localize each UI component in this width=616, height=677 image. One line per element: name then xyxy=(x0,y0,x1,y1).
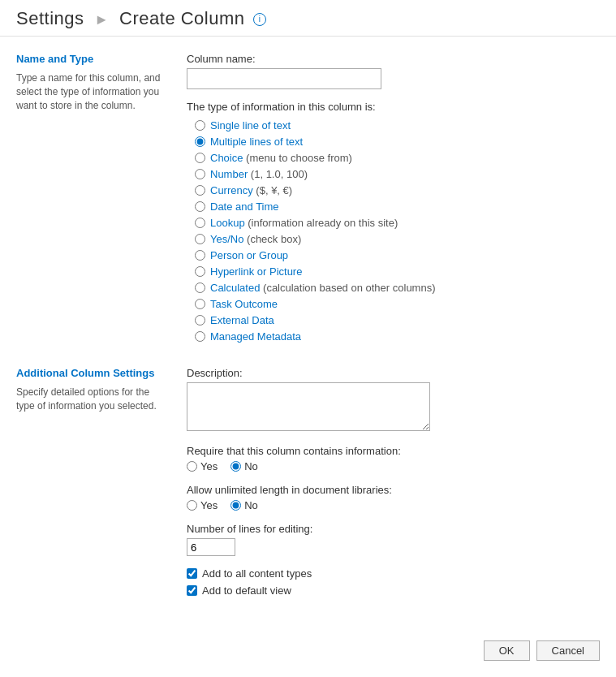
type-label-multiple-lines: Multiple lines of text xyxy=(210,136,303,148)
type-option-task-outcome[interactable]: Task Outcome xyxy=(195,298,600,310)
additional-left-panel: Additional Column Settings Specify detai… xyxy=(16,367,187,602)
type-info-label: The type of information in this column i… xyxy=(187,101,600,113)
add-to-content-types-option[interactable]: Add to all content types xyxy=(187,567,600,580)
name-type-title: Name and Type xyxy=(16,53,170,65)
type-label-number: Number (1, 1.0, 100) xyxy=(210,168,308,180)
type-label-managed-metadata: Managed Metadata xyxy=(210,330,301,343)
type-label-task-outcome: Task Outcome xyxy=(210,298,278,310)
unlimited-label: Allow unlimited length in document libra… xyxy=(187,484,600,496)
type-option-date-time[interactable]: Date and Time xyxy=(195,201,600,213)
page-wrapper: Settings ► Create Column i Name and Type… xyxy=(0,0,616,677)
add-to-default-view-checkbox[interactable] xyxy=(187,585,197,596)
type-radio-choice[interactable] xyxy=(195,153,205,163)
type-option-yes-no[interactable]: Yes/No (check box) xyxy=(195,233,600,245)
description-field: Description: xyxy=(187,367,600,433)
column-name-label: Column name: xyxy=(187,53,600,65)
type-option-single-line[interactable]: Single line of text xyxy=(195,119,600,132)
unlimited-yes-label: Yes xyxy=(200,499,218,511)
type-label-hyperlink: Hyperlink or Picture xyxy=(210,265,302,278)
type-radio-task-outcome[interactable] xyxy=(195,299,205,309)
type-radio-calculated[interactable] xyxy=(195,282,205,293)
type-option-multiple-lines[interactable]: Multiple lines of text xyxy=(195,136,600,148)
additional-settings-section: Additional Column Settings Specify detai… xyxy=(0,351,616,610)
require-no-radio[interactable] xyxy=(230,461,241,472)
type-option-person-group[interactable]: Person or Group xyxy=(195,249,600,261)
lines-field: Number of lines for editing: xyxy=(187,523,600,556)
additional-title: Additional Column Settings xyxy=(16,367,170,379)
require-radio-group: Yes No xyxy=(187,460,600,472)
name-type-desc: Type a name for this column, and select … xyxy=(16,71,170,112)
breadcrumb: Settings xyxy=(16,8,84,28)
type-option-managed-metadata[interactable]: Managed Metadata xyxy=(195,330,600,343)
column-name-input[interactable] xyxy=(187,68,381,89)
unlimited-no-option[interactable]: No xyxy=(230,499,258,511)
type-label-person-group: Person or Group xyxy=(210,249,288,261)
add-to-content-types-checkbox[interactable] xyxy=(187,568,197,579)
footer-buttons: OK Cancel xyxy=(484,640,600,661)
info-icon: i xyxy=(253,13,266,26)
type-radio-yes-no[interactable] xyxy=(195,234,205,244)
type-label-calculated: Calculated (calculation based on other c… xyxy=(210,282,436,294)
name-type-right-panel: Column name: The type of information in … xyxy=(187,53,600,343)
type-option-currency[interactable]: Currency ($, ¥, €) xyxy=(195,184,600,196)
type-label-single-line: Single line of text xyxy=(210,119,291,132)
unlimited-field: Allow unlimited length in document libra… xyxy=(187,484,600,511)
unlimited-no-radio[interactable] xyxy=(230,500,241,511)
type-radio-number[interactable] xyxy=(195,169,205,179)
add-to-default-view-option[interactable]: Add to default view xyxy=(187,584,600,597)
add-to-default-view-label: Add to default view xyxy=(202,584,291,597)
type-radio-person-group[interactable] xyxy=(195,250,205,261)
column-type-radio-group: Single line of textMultiple lines of tex… xyxy=(195,119,600,343)
lines-label: Number of lines for editing: xyxy=(187,523,600,535)
create-column-title: Create Column xyxy=(119,8,244,28)
require-label: Require that this column contains inform… xyxy=(187,445,600,457)
type-radio-currency[interactable] xyxy=(195,185,205,196)
type-radio-managed-metadata[interactable] xyxy=(195,331,205,342)
unlimited-yes-radio[interactable] xyxy=(187,500,197,511)
type-label-choice: Choice (menu to choose from) xyxy=(210,152,352,164)
type-radio-multiple-lines[interactable] xyxy=(195,136,205,147)
type-option-number[interactable]: Number (1, 1.0, 100) xyxy=(195,168,600,180)
unlimited-no-label: No xyxy=(244,499,258,511)
type-option-hyperlink[interactable]: Hyperlink or Picture xyxy=(195,265,600,278)
require-no-label: No xyxy=(244,460,258,472)
type-option-choice[interactable]: Choice (menu to choose from) xyxy=(195,152,600,164)
additional-desc: Specify detailed options for the type of… xyxy=(16,386,170,413)
require-field: Require that this column contains inform… xyxy=(187,445,600,472)
unlimited-radio-group: Yes No xyxy=(187,499,600,511)
checkbox-section: Add to all content types Add to default … xyxy=(187,567,600,597)
page-title: Settings ► Create Column i xyxy=(16,8,600,29)
type-radio-single-line[interactable] xyxy=(195,120,205,131)
type-option-calculated[interactable]: Calculated (calculation based on other c… xyxy=(195,282,600,294)
require-yes-option[interactable]: Yes xyxy=(187,460,218,472)
type-radio-lookup[interactable] xyxy=(195,218,205,228)
ok-button[interactable]: OK xyxy=(484,640,530,661)
require-yes-label: Yes xyxy=(200,460,218,472)
type-radio-date-time[interactable] xyxy=(195,201,205,212)
type-label-external-data: External Data xyxy=(210,314,274,326)
type-option-external-data[interactable]: External Data xyxy=(195,314,600,326)
type-label-date-time: Date and Time xyxy=(210,201,279,213)
type-option-lookup[interactable]: Lookup (information already on this site… xyxy=(195,217,600,229)
type-radio-external-data[interactable] xyxy=(195,315,205,326)
breadcrumb-separator: ► xyxy=(94,11,109,28)
type-label-currency: Currency ($, ¥, €) xyxy=(210,184,292,196)
cancel-button[interactable]: Cancel xyxy=(536,640,600,661)
unlimited-yes-option[interactable]: Yes xyxy=(187,499,218,511)
page-header: Settings ► Create Column i xyxy=(0,0,616,37)
type-radio-hyperlink[interactable] xyxy=(195,266,205,277)
description-input[interactable] xyxy=(187,382,430,431)
type-label-yes-no: Yes/No (check box) xyxy=(210,233,301,245)
column-name-field: Column name: xyxy=(187,53,600,89)
require-yes-radio[interactable] xyxy=(187,461,197,472)
name-type-section: Name and Type Type a name for this colum… xyxy=(0,37,616,351)
add-to-content-types-label: Add to all content types xyxy=(202,567,312,580)
lines-input[interactable] xyxy=(187,538,235,556)
additional-right-panel: Description: Require that this column co… xyxy=(187,367,600,602)
type-label-lookup: Lookup (information already on this site… xyxy=(210,217,398,229)
description-label: Description: xyxy=(187,367,600,379)
name-type-left-panel: Name and Type Type a name for this colum… xyxy=(16,53,187,343)
require-no-option[interactable]: No xyxy=(230,460,258,472)
